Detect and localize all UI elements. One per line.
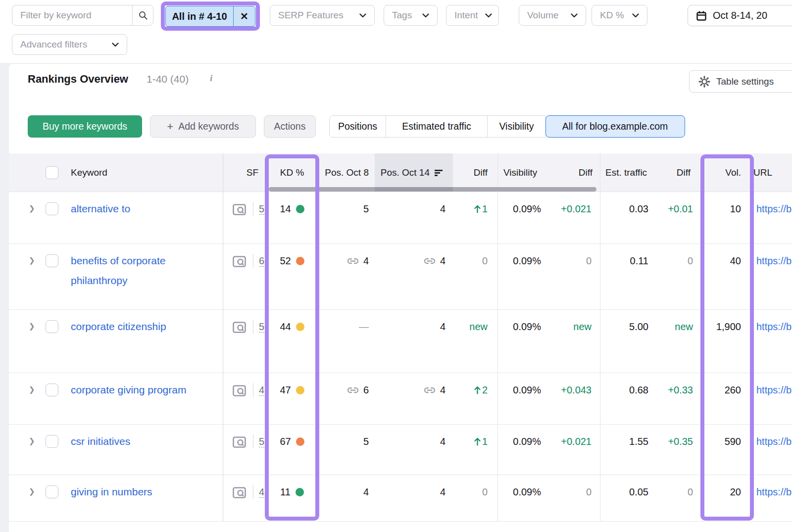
pos-oct8-value: 6	[347, 380, 369, 400]
url-link[interactable]: https://blog.example.com/	[756, 432, 792, 451]
keyword-link[interactable]: corporate giving program	[71, 380, 195, 400]
row-checkbox[interactable]	[46, 254, 58, 267]
row-checkbox[interactable]	[46, 320, 58, 333]
sf-count[interactable]: 5	[259, 432, 264, 447]
col-header-diff2[interactable]: Diff	[579, 153, 593, 192]
frozen-column-divider	[223, 153, 223, 522]
tab-estimated-traffic[interactable]: Estimated traffic	[386, 115, 488, 138]
col-header-url[interactable]: URL	[753, 153, 772, 192]
col-header-keyword[interactable]: Keyword	[71, 153, 107, 192]
sf-count[interactable]: 4	[259, 380, 264, 396]
col-header-diff3[interactable]: Diff	[677, 153, 691, 192]
row-checkbox[interactable]	[46, 435, 58, 448]
tab-all-for-blog-example-com[interactable]: All for blog.example.com	[545, 115, 685, 138]
row-checkbox[interactable]	[46, 384, 58, 396]
serp-features-label: SERP Features	[278, 10, 344, 21]
chevron-down-icon	[571, 13, 578, 18]
expand-row-chevron-icon[interactable]: ❯	[29, 204, 35, 213]
col-header-est-traffic[interactable]: Est. traffic	[605, 153, 647, 192]
expand-row-chevron-icon[interactable]: ❯	[29, 322, 35, 331]
sf-count[interactable]: 5	[259, 199, 264, 215]
keyword-link[interactable]: alternative to	[71, 199, 195, 219]
table-settings-label: Table settings	[716, 76, 774, 87]
keyword-link[interactable]: benefits of corporate philanthropy	[71, 251, 195, 290]
tab-positions[interactable]: Positions	[329, 115, 386, 138]
position-filter-chip[interactable]: All in # 4-10 ✕	[165, 6, 255, 27]
close-icon: ✕	[240, 10, 248, 22]
pos-diff-value: new	[469, 317, 488, 337]
est-traffic-value: 5.00	[629, 317, 648, 337]
expand-row-chevron-icon[interactable]: ❯	[29, 487, 35, 496]
buy-more-keywords-button[interactable]: Buy more keywords	[28, 115, 142, 138]
serp-features-cell[interactable]	[233, 204, 246, 217]
row-checkbox[interactable]	[46, 485, 58, 498]
sf-count[interactable]: 4	[259, 482, 264, 498]
url-link[interactable]: https://blog.example.com/	[756, 251, 792, 271]
actions-button[interactable]: Actions	[264, 115, 316, 138]
est-traffic-value: 1.55	[629, 432, 648, 451]
est-traffic-diff-value: 0	[688, 482, 693, 502]
pos-oct14-value: 4	[440, 199, 446, 219]
keyword-filter-placeholder: Filter by keyword	[12, 10, 132, 21]
serp-features-cell[interactable]	[233, 385, 246, 398]
select-all-checkbox[interactable]	[46, 166, 58, 179]
sf-count[interactable]: 5	[259, 317, 264, 333]
tags-dropdown[interactable]: Tags	[384, 5, 438, 26]
chevron-down-icon	[112, 43, 119, 47]
est-traffic-value: 0.68	[629, 380, 648, 400]
serp-features-cell[interactable]	[233, 256, 246, 269]
pos-diff-value: 1	[474, 432, 488, 451]
col-header-pos-oct8[interactable]: Pos. Oct 8	[325, 153, 369, 192]
info-icon[interactable]: i	[210, 73, 212, 84]
sf-count[interactable]: 6	[259, 251, 264, 267]
url-link[interactable]: https://blog.example.com/	[756, 199, 792, 219]
expand-row-chevron-icon[interactable]: ❯	[29, 256, 35, 265]
date-range-picker[interactable]: Oct 8-14, 20	[688, 5, 792, 26]
est-traffic-diff-value: +0.35	[668, 432, 693, 451]
expand-row-chevron-icon[interactable]: ❯	[29, 385, 35, 394]
row-checkbox[interactable]	[46, 202, 58, 215]
visibility-value: 0.09%	[513, 482, 541, 502]
visibility-diff-value: +0.043	[561, 380, 592, 400]
pos-oct8-value: 5	[363, 432, 369, 451]
chevron-down-icon	[485, 13, 492, 18]
sf-separator	[253, 435, 253, 448]
serp-features-icon	[233, 204, 246, 215]
url-link[interactable]: https://blog.example.com/	[756, 380, 792, 400]
kd-dropdown[interactable]: KD %	[592, 5, 647, 26]
col-header-visibility[interactable]: Visibility	[503, 153, 537, 192]
intent-dropdown[interactable]: Intent	[446, 5, 499, 26]
visibility-diff-value: +0.021	[561, 199, 592, 219]
search-icon	[138, 10, 148, 20]
filter-chip-remove-button[interactable]: ✕	[233, 6, 255, 26]
pos-oct14-value: 4	[440, 317, 446, 337]
add-keywords-button[interactable]: + Add keywords	[150, 115, 256, 138]
serp-features-dropdown[interactable]: SERP Features	[270, 5, 375, 26]
col-header-diff1[interactable]: Diff	[474, 153, 488, 192]
est-traffic-diff-value: new	[675, 317, 693, 337]
col-header-sf[interactable]: SF	[247, 153, 258, 192]
col-header-pos-oct14[interactable]: Pos. Oct 14	[381, 153, 443, 192]
serp-features-cell[interactable]	[233, 436, 246, 450]
volume-dropdown[interactable]: Volume	[519, 5, 586, 26]
serp-features-cell[interactable]	[233, 487, 246, 500]
url-link[interactable]: https://blog.example.com/	[756, 317, 792, 337]
tab-visibility[interactable]: Visibility	[488, 115, 546, 138]
search-button[interactable]	[132, 5, 153, 25]
chevron-down-icon	[422, 13, 429, 18]
advanced-filters-dropdown[interactable]: Advanced filters	[12, 34, 127, 55]
serp-features-cell[interactable]	[233, 322, 246, 335]
results-range: 1-40 (40)	[147, 73, 189, 85]
table-settings-button[interactable]: Table settings	[689, 70, 792, 93]
table-row: ❯corporate giving program4476420.09%+0.0…	[9, 373, 792, 425]
keyword-filter-input[interactable]: Filter by keyword	[12, 5, 153, 26]
keyword-link[interactable]: giving in numbers	[71, 482, 195, 502]
visibility-value: 0.09%	[513, 432, 541, 451]
keyword-link[interactable]: corporate citizenship	[71, 317, 195, 337]
intent-label: Intent	[454, 10, 478, 21]
url-link[interactable]: https://blog.example.com/	[756, 482, 792, 502]
expand-row-chevron-icon[interactable]: ❯	[29, 436, 35, 445]
visibility-value: 0.09%	[513, 380, 541, 400]
pos-diff-value: 0	[482, 482, 488, 502]
keyword-link[interactable]: csr initiatives	[71, 432, 195, 451]
